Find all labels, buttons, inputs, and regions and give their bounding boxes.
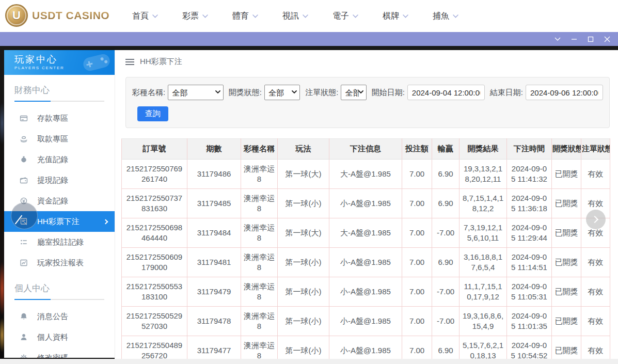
table-cell: 2152172550737831630 [122, 189, 187, 218]
table-cell: 2024-09-05 11:36:18 [507, 189, 552, 218]
table-row: 215217255076926174031179486澳洲幸运8第一球(大)大-… [122, 160, 610, 189]
sidebar-item-deposit-zone[interactable]: 存款專區 [4, 108, 115, 129]
sidebar-item-player-bet-report[interactable]: 玩家投注報表 [4, 252, 115, 273]
nav-item-home[interactable]: 首頁 [132, 11, 158, 22]
table-cell: 第一球(小) [278, 277, 329, 307]
nav-item-slots[interactable]: 電子 [332, 11, 358, 22]
table-cell: 已開獎 [552, 307, 581, 336]
nav-item-lottery[interactable]: 彩票 [182, 11, 208, 22]
nav-item-label: 體育 [232, 11, 249, 22]
table-cell: 2152172550529527030 [122, 307, 187, 336]
sidebar-item-hh-lottery-bets[interactable]: HH彩票下注 [4, 211, 115, 232]
table-cell: 已開獎 [552, 336, 581, 359]
list-icon [20, 238, 28, 246]
start-date-input[interactable] [407, 85, 485, 100]
nav-item-fishing[interactable]: 捕魚 [433, 11, 458, 22]
table-cell: 已開獎 [552, 160, 581, 189]
filter-panel: 彩種名稱: 全部 開獎狀態: 全部 注單狀態: 全部 開始日期: 結束日期: [125, 77, 610, 128]
table-cell: 19,3,16,8,6,15,4,9 [459, 307, 507, 336]
table-cell: 5,15,7,6,2,10,18,13 [459, 336, 507, 359]
table-header-cell: 玩法 [278, 139, 329, 160]
order-status-select[interactable]: 全部 [341, 85, 366, 100]
table-row: 215217255052952703031179478澳洲幸运8第一球(小)小-… [122, 307, 610, 336]
hamburger-menu-icon[interactable] [125, 59, 134, 65]
table-cell: 2024-09-05 11:41:32 [507, 160, 552, 189]
table-row: 215217255060917900031179481澳洲幸运8第一球(小)小-… [122, 248, 610, 277]
nav-item-cards[interactable]: 棋牌 [383, 11, 408, 22]
bell-icon [20, 312, 28, 321]
table-header-cell: 下注時間 [507, 139, 552, 160]
sidebar-item-profile[interactable]: 個人資料 [4, 327, 115, 347]
sidebar-item-label: 資金記錄 [37, 196, 68, 206]
table-cell: 31179477 [187, 336, 241, 359]
logo-coin-icon: U [5, 4, 28, 27]
table-cell: 2024-09-05 11:29:44 [507, 218, 552, 248]
sidebar-item-recharge-records[interactable]: 充值記錄 [4, 149, 115, 170]
section-underline [14, 299, 104, 300]
table-cell: 2152172550698464440 [122, 218, 187, 248]
sidebar-item-label: 消息公告 [37, 312, 68, 322]
chevron-right-icon [591, 216, 598, 223]
logo-text: USDT CASINO [32, 9, 109, 22]
table-cell: 小-A盤@1.985 [329, 248, 402, 277]
money-bag-icon [20, 155, 28, 164]
sidebar-item-withdraw-zone[interactable]: 取款專區 [4, 129, 115, 149]
table-header-cell: 開獎狀態 [552, 139, 581, 160]
nav-item-video[interactable]: 視訊 [282, 11, 308, 22]
table-cell: 6.90 [432, 248, 459, 277]
end-date-label: 結束日期: [490, 88, 523, 98]
table-cell: 第一球(大) [278, 218, 329, 248]
table-cell: 7.00 [402, 218, 432, 248]
table-cell: 2152172550553183100 [122, 277, 187, 307]
table-header-cell: 訂單號 [122, 139, 187, 160]
next-page-button[interactable] [586, 210, 606, 229]
sidebar-item-label: 充值記錄 [37, 155, 68, 165]
table-cell: 3,16,18,8,17,6,5,4 [459, 248, 507, 277]
draw-status-select[interactable]: 全部 [264, 85, 300, 100]
table-cell: 澳洲幸运8 [241, 248, 278, 277]
table-cell: 第一球(大) [278, 160, 329, 189]
sidebar-item-hall-bet-records[interactable]: 廳室投註記錄 [4, 232, 115, 252]
sidebar-item-withdraw-records[interactable]: 提現記錄 [4, 170, 115, 191]
table-cell: 小-A盤@1.985 [329, 307, 402, 336]
window-titlebar [0, 32, 618, 46]
table-cell: 2024-09-05 11:14:51 [507, 248, 552, 277]
search-button[interactable]: 查詢 [137, 106, 168, 121]
draw-status-label: 開獎狀態: [229, 88, 262, 98]
table-cell: 7.00 [402, 248, 432, 277]
table-cell: 2024-09-05 10:54:52 [507, 336, 552, 359]
sidebar-item-label: 存款專區 [37, 114, 68, 123]
table-cell: 大-A盤@1.985 [329, 218, 402, 248]
window-maximize-icon[interactable] [584, 34, 597, 45]
table-cell: 7.00 [402, 189, 432, 218]
section-title: 財務中心 [14, 84, 115, 96]
table-header-cell: 輸贏 [432, 139, 459, 160]
order-status-label: 注單狀態: [305, 88, 338, 98]
table-cell: 澳洲幸运8 [241, 307, 278, 336]
nav-item-sports[interactable]: 體育 [232, 11, 258, 22]
table-cell: -7.00 [432, 277, 459, 307]
table-cell: 有效 [581, 336, 610, 359]
nav-item-label: 捕魚 [433, 11, 449, 22]
sidebar-item-funds-records[interactable]: 資金記錄 [4, 191, 115, 211]
chevron-down-icon [303, 14, 308, 18]
window-close-icon[interactable] [600, 34, 614, 45]
window-collapse-icon[interactable] [551, 34, 564, 45]
lottery-name-select-wrap: 全部 [168, 85, 224, 100]
table-cell: 31179484 [187, 218, 241, 248]
sidebar-item-announcements[interactable]: 消息公告 [4, 306, 115, 327]
table-cell: 小-A盤@1.985 [329, 277, 402, 307]
end-date-input[interactable] [526, 85, 603, 100]
sidebar-item-change-password[interactable]: 修改密碼 [4, 347, 115, 358]
site-logo[interactable]: U USDT CASINO [5, 4, 109, 27]
sidebar: 玩家中心 PLAYERS CENTER 財務中心存款專區取款專區充值記錄提現記錄… [4, 50, 115, 358]
table-cell: 有效 [581, 248, 610, 277]
lottery-name-select[interactable]: 全部 [168, 85, 224, 100]
table-cell: 8,7,15,1,4,18,12,2 [459, 189, 507, 218]
window-minimize-icon[interactable] [567, 34, 581, 45]
table-row: 215217255055318310031179479澳洲幸运8第一球(小)小-… [122, 277, 610, 307]
sidebar-item-label: 玩家投注報表 [37, 258, 84, 268]
table-header-row: 訂單號期數彩種名稱玩法下注信息投注額輸贏開獎結果下注時間開獎狀態注單狀態 [122, 139, 610, 160]
table-cell: 19,3,13,2,18,20,12,11 [459, 160, 507, 189]
gear-icon [20, 354, 28, 358]
